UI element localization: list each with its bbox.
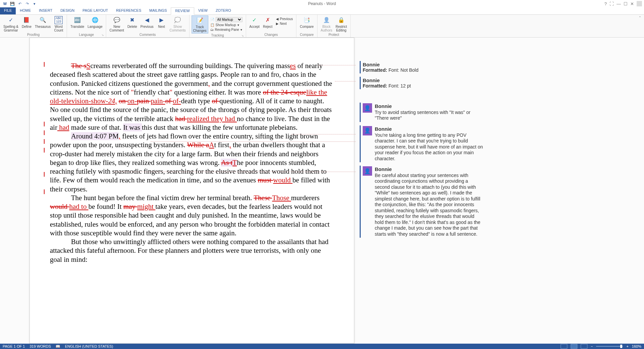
comment-item[interactable]: 👤 BonnieBe careful about starting your s… [360, 166, 486, 238]
word-count-button[interactable]: ABC123Word Count [53, 15, 65, 33]
change-bar [44, 139, 45, 144]
zoom-out-button[interactable]: − [591, 344, 593, 348]
help-icon[interactable]: ? [604, 1, 607, 6]
group-language: 🔤Translate 🌐Language Language↘ [67, 15, 106, 37]
accept-icon: ✓ [251, 16, 259, 24]
language-status[interactable]: ENGLISH (UNITED STATES) [65, 344, 113, 348]
change-bar [44, 189, 45, 194]
track-changes-icon: 📝 [196, 16, 204, 24]
translate-button[interactable]: 🔤Translate [69, 15, 85, 29]
group-changes: ✓Accept ✗Reject ◀ Previous ▶ Next Change… [246, 15, 297, 37]
redo-button[interactable]: ↷ [24, 1, 30, 7]
block-authors-icon: 👤 [323, 16, 331, 24]
tab-mailings[interactable]: MAILINGS [145, 7, 171, 14]
paragraph-1[interactable]: The sScreams reverberated off the surrou… [50, 61, 334, 132]
account-icon[interactable] [637, 1, 642, 6]
avatar-icon: 👤 [363, 166, 372, 176]
show-comments-button[interactable]: 💭Show Comments [168, 15, 187, 33]
page-number[interactable]: PAGE 1 OF 1 [3, 344, 25, 348]
group-label-protect: Protect [319, 33, 348, 37]
read-mode-button[interactable] [561, 344, 567, 349]
delete-comment-button[interactable]: ✖Delete [126, 15, 138, 33]
thesaurus-button[interactable]: 🔍Thesaurus [33, 15, 52, 33]
previous-comment-button[interactable]: ◀Previous [139, 15, 155, 33]
zoom-slider[interactable] [596, 346, 623, 347]
group-protect: 👤Block Authors 🔒Restrict Editing Protect [317, 15, 351, 37]
tab-zotero[interactable]: ZOTERO [212, 7, 235, 14]
change-bar [44, 130, 45, 135]
maximize-button[interactable]: ☐ [624, 1, 628, 6]
document-page[interactable]: The sScreams reverberated off the surrou… [29, 38, 354, 344]
group-comments: 💬New Comment ✖Delete ◀Previous ▶Next 💭Sh… [106, 15, 190, 37]
word-app-icon: W [2, 1, 8, 7]
tab-view[interactable]: VIEW [194, 7, 212, 14]
qat-customize-icon[interactable]: ▾ [31, 1, 38, 7]
tab-page-layout[interactable]: PAGE LAYOUT [79, 7, 112, 14]
show-markup-button[interactable]: 📋 Show Markup ▾ [209, 23, 244, 27]
zoom-level[interactable]: 160% [632, 344, 641, 348]
zoom-knob[interactable] [620, 345, 622, 348]
new-comment-icon: 💬 [113, 16, 121, 24]
group-tracking: 📝Track Changes 📄 All Markup 📋 Show Marku… [190, 15, 246, 37]
define-button[interactable]: 📕Define [20, 15, 33, 33]
save-button[interactable]: 💾 [9, 1, 15, 7]
spelling-grammar-button[interactable]: ✓Spelling & Grammar [2, 15, 20, 33]
tab-home[interactable]: HOME [16, 7, 35, 14]
lock-icon: 🔒 [337, 16, 345, 24]
tab-file[interactable]: FILE [0, 7, 16, 14]
change-bar [44, 148, 45, 153]
revision-format[interactable]: Bonnie Formatted: Font: Not Bold [360, 61, 486, 73]
tab-insert[interactable]: INSERT [35, 7, 56, 14]
launcher-icon[interactable]: ↘ [101, 34, 104, 37]
web-layout-button[interactable] [581, 344, 587, 349]
reject-button[interactable]: ✗Reject [262, 15, 274, 29]
print-layout-button[interactable] [571, 344, 577, 349]
new-comment-button[interactable]: 💬New Comment [108, 15, 125, 33]
undo-button[interactable]: ↶ [17, 1, 23, 7]
connector-line [335, 81, 356, 81]
launcher-icon[interactable]: ↘ [241, 34, 244, 37]
zoom-in-button[interactable]: + [626, 344, 628, 348]
next-change-button[interactable]: ▶ Next [275, 21, 294, 26]
restrict-editing-button[interactable]: 🔒Restrict Editing [334, 15, 348, 33]
ribbon-display-icon[interactable]: ⛶ [610, 1, 614, 6]
proofing-status-icon[interactable]: 📖 [56, 344, 60, 349]
search-book-icon: 🔍 [39, 16, 47, 24]
tab-design[interactable]: DESIGN [56, 7, 78, 14]
ribbon: ✓Spelling & Grammar 📕Define 🔍Thesaurus A… [0, 15, 644, 38]
collapse-ribbon-icon[interactable]: ˆ [636, 15, 644, 37]
group-compare: 📑Compare Compare [296, 15, 317, 37]
track-changes-button[interactable]: 📝Track Changes [192, 15, 208, 34]
translate-icon: 🔤 [73, 16, 81, 24]
group-label-changes: Changes [248, 33, 294, 37]
group-label-compare: Compare [298, 33, 315, 37]
previous-change-button[interactable]: ◀ Previous [275, 17, 294, 21]
avatar-icon: 👤 [363, 126, 372, 135]
count-icon: ABC123 [55, 16, 63, 24]
next-comment-button[interactable]: ▶Next [155, 15, 167, 33]
connector-line [114, 172, 356, 172]
markup-select[interactable]: All Markup [216, 17, 242, 22]
group-label-language: Language↘ [69, 33, 104, 37]
tab-references[interactable]: REFERENCES [112, 7, 145, 14]
paragraph-2[interactable]: Around 4:07 PM, fleets of jets had flown… [50, 132, 334, 193]
avatar-icon: 👤 [363, 103, 372, 113]
language-button[interactable]: 🌐Language [86, 15, 104, 29]
display-for-review-select[interactable]: 📄 All Markup [209, 17, 244, 22]
comment-item[interactable]: 👤 BonnieTry to avoid starting sentences … [360, 103, 486, 122]
compare-button[interactable]: 📑Compare [298, 15, 315, 29]
group-label-comments: Comments [108, 33, 187, 37]
comment-item[interactable]: 👤 BonnieYou're taking a long time gettin… [360, 125, 486, 162]
block-authors-button[interactable]: 👤Block Authors [319, 15, 334, 33]
accept-button[interactable]: ✓Accept [248, 15, 261, 29]
tab-review[interactable]: REVIEW [171, 7, 194, 15]
close-button[interactable]: ✕ [630, 1, 634, 6]
reviewing-pane-button[interactable]: 🗂 Reviewing Pane ▾ [209, 27, 244, 32]
word-count-status[interactable]: 319 WORDS [29, 344, 51, 348]
revision-format[interactable]: Bonnie Formatted: Font: 12 pt [360, 77, 486, 89]
document-area: The sScreams reverberated off the surrou… [0, 38, 644, 344]
paragraph-3[interactable]: The hunt began before the final victim d… [50, 193, 334, 237]
change-bar [44, 62, 45, 67]
minimize-button[interactable]: — [617, 1, 621, 6]
paragraph-4[interactable]: But those who unwittingly afflicted othe… [50, 237, 334, 264]
